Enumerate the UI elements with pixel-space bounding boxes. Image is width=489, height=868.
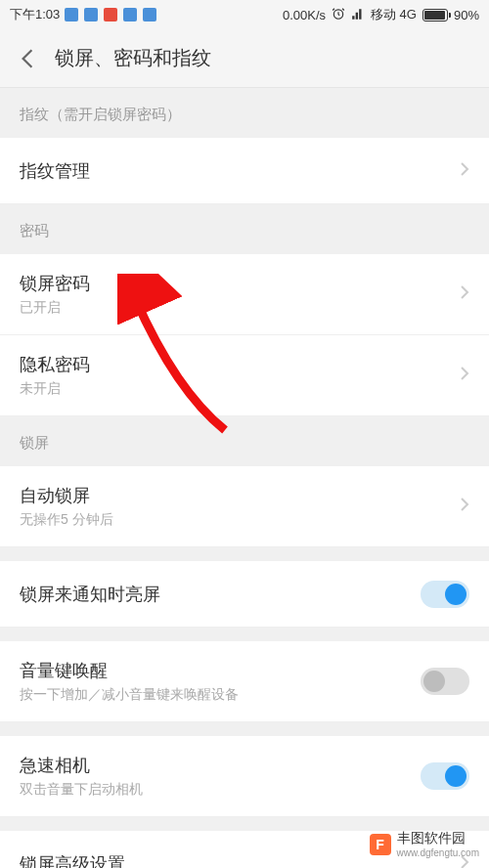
item-fingerprint-manage[interactable]: 指纹管理 [0, 138, 489, 204]
chevron-right-icon [460, 161, 469, 181]
watermark-logo-icon: F [370, 834, 391, 855]
item-subtitle: 按一下增加／减小音量键来唤醒设备 [20, 686, 421, 704]
section-fingerprint-header: 指纹（需开启锁屏密码） [0, 88, 489, 138]
item-auto-lock[interactable]: 自动锁屏 无操作5 分钟后 [0, 466, 489, 547]
item-title: 音量键唤醒 [20, 659, 421, 682]
watermark-url: www.dgfengtu.com [397, 847, 480, 858]
chevron-right-icon [460, 497, 469, 516]
app-icon-2 [83, 7, 99, 22]
section-lockscreen-header: 锁屏 [0, 416, 489, 466]
toggle-wake-on-notification[interactable] [421, 581, 469, 608]
item-wake-on-notification[interactable]: 锁屏来通知时亮屏 [0, 561, 489, 628]
app-icon-4 [122, 7, 138, 22]
watermark: F 丰图软件园 www.dgfengtu.com [370, 830, 480, 858]
battery-icon [422, 9, 448, 22]
status-bar: 下午1:03 0.00K/s 移动 4G 90% [0, 0, 489, 29]
divider [0, 628, 489, 641]
page-header: 锁屏、密码和指纹 [0, 29, 489, 88]
network-label: 移动 4G [371, 6, 417, 23]
item-title: 隐私密码 [20, 353, 460, 376]
divider [0, 547, 489, 561]
watermark-text: 丰图软件园 [397, 830, 466, 846]
item-title: 锁屏密码 [20, 272, 460, 295]
item-privacy-password[interactable]: 隐私密码 未开启 [0, 335, 489, 416]
divider [0, 817, 489, 831]
app-icon-1 [64, 7, 79, 22]
network-speed: 0.00K/s [283, 8, 326, 22]
status-time: 下午1:03 [10, 6, 60, 23]
toggle-quick-camera[interactable] [421, 762, 469, 790]
app-icon-5 [142, 7, 157, 22]
app-icon-3 [103, 7, 118, 22]
item-subtitle: 双击音量下启动相机 [20, 781, 421, 799]
item-title: 急速相机 [20, 754, 421, 777]
item-title: 指纹管理 [20, 159, 460, 183]
item-subtitle: 无操作5 分钟后 [20, 511, 460, 529]
item-title: 自动锁屏 [20, 484, 460, 507]
item-title: 锁屏来通知时亮屏 [20, 583, 421, 606]
item-lockscreen-password[interactable]: 锁屏密码 已开启 [0, 254, 489, 335]
item-volume-wake[interactable]: 音量键唤醒 按一下增加／减小音量键来唤醒设备 [0, 641, 489, 722]
alarm-icon [332, 7, 345, 23]
page-title: 锁屏、密码和指纹 [55, 45, 211, 71]
chevron-right-icon [460, 366, 469, 385]
toggle-volume-wake[interactable] [421, 668, 469, 695]
section-password-header: 密码 [0, 204, 489, 254]
item-quick-camera[interactable]: 急速相机 双击音量下启动相机 [0, 736, 489, 817]
signal-icon [351, 7, 365, 23]
back-button[interactable] [16, 47, 39, 70]
battery-percent: 90% [454, 8, 479, 22]
item-subtitle: 已开启 [20, 299, 460, 317]
item-subtitle: 未开启 [20, 380, 460, 398]
chevron-right-icon [460, 284, 469, 304]
divider [0, 722, 489, 736]
